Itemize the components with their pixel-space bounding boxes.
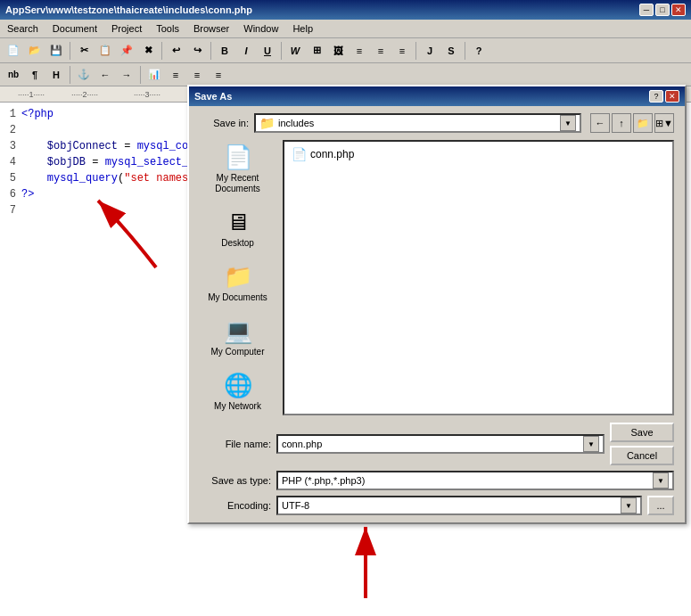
toolbar-underline[interactable]: U bbox=[258, 41, 277, 61]
toolbar-img[interactable]: 🖼 bbox=[328, 41, 348, 61]
toolbar-1: 📄 📂 💾 ✂ 📋 📌 ✖ ↩ ↪ B I U W ⊞ 🖼 ≡ ≡ ≡ J S … bbox=[0, 38, 691, 63]
toolbar-cut[interactable]: ✂ bbox=[74, 41, 94, 61]
encoding-arrow[interactable]: ▼ bbox=[621, 497, 637, 513]
file-name-label: File name: bbox=[200, 439, 271, 449]
save-in-row: Save in: 📁 includes ▼ ← ↑ 📁 ⊞▼ bbox=[200, 113, 674, 133]
files-panel[interactable]: 📄 conn.php bbox=[283, 140, 674, 415]
sep1 bbox=[70, 42, 70, 60]
my-documents-item[interactable]: 📁 My Documents bbox=[202, 259, 274, 307]
fmt-chart[interactable]: 📊 bbox=[144, 65, 164, 85]
fmt-align3[interactable]: ≡ bbox=[209, 65, 228, 85]
encoding-browse-button[interactable]: ... bbox=[647, 496, 674, 515]
recent-documents-item[interactable]: 📄 My RecentDocuments bbox=[202, 140, 274, 198]
encoding-combo[interactable]: UTF-8 ▼ bbox=[276, 496, 642, 515]
title-bar: AppServ\www\testzone\thaicreate\includes… bbox=[0, 0, 691, 20]
window-title: AppServ\www\testzone\thaicreate\includes… bbox=[5, 4, 252, 15]
nav-back-button[interactable]: ← bbox=[590, 113, 610, 133]
menu-project[interactable]: Project bbox=[108, 21, 145, 36]
encoding-label: Encoding: bbox=[200, 500, 271, 511]
fmt-align1[interactable]: ≡ bbox=[166, 65, 185, 85]
toolbar-italic[interactable]: I bbox=[236, 41, 256, 61]
fmt-para[interactable]: ¶ bbox=[25, 65, 45, 85]
toolbar-help[interactable]: ? bbox=[469, 41, 489, 61]
line-num-3: 3 bbox=[4, 138, 21, 154]
my-network-item[interactable]: 🌐 My Network bbox=[202, 368, 274, 415]
fmt-arrow-r[interactable]: → bbox=[117, 65, 136, 85]
file-name-row: File name: conn.php ▼ Save Cancel bbox=[200, 423, 674, 465]
menu-tools[interactable]: Tools bbox=[152, 21, 183, 36]
my-network-icon: 🌐 bbox=[224, 372, 252, 399]
fmt-arrow-l[interactable]: ← bbox=[95, 65, 115, 85]
menu-help[interactable]: Help bbox=[289, 21, 317, 36]
sep6 bbox=[465, 42, 465, 60]
dialog-body: Save in: 📁 includes ▼ ← ↑ 📁 ⊞▼ bbox=[189, 106, 685, 522]
my-computer-icon: 💻 bbox=[224, 317, 252, 345]
menu-window[interactable]: Window bbox=[240, 21, 282, 36]
toolbar-bold[interactable]: B bbox=[215, 41, 234, 61]
menu-browser[interactable]: Browser bbox=[190, 21, 233, 36]
my-docs-icon: 📁 bbox=[224, 263, 252, 291]
desktop-item[interactable]: 🖥 Desktop bbox=[202, 205, 274, 252]
dialog-help-button[interactable]: ? bbox=[649, 90, 663, 103]
save-as-type-arrow[interactable]: ▼ bbox=[653, 472, 669, 489]
toolbar-j-btn[interactable]: J bbox=[420, 41, 440, 61]
file-conn-php-name: conn.php bbox=[310, 148, 354, 160]
toolbar-new[interactable]: 📄 bbox=[4, 41, 23, 61]
dialog-title-buttons: ? ✕ bbox=[649, 90, 679, 103]
dialog-close-button[interactable]: ✕ bbox=[665, 90, 679, 103]
fmt-align2[interactable]: ≡ bbox=[187, 65, 207, 85]
places-panel: 📄 My RecentDocuments 🖥 Desktop 📁 My Docu… bbox=[200, 140, 276, 415]
save-in-folder-icon: 📁 bbox=[259, 116, 275, 130]
nav-up-button[interactable]: ↑ bbox=[612, 113, 631, 133]
save-button[interactable]: Save bbox=[610, 423, 674, 442]
line-num-6: 6 bbox=[4, 186, 21, 202]
toolbar-undo[interactable]: ↩ bbox=[166, 41, 185, 61]
file-name-combo[interactable]: conn.php ▼ bbox=[276, 434, 605, 454]
encoding-value: UTF-8 bbox=[282, 500, 309, 511]
sep3 bbox=[210, 42, 211, 60]
toolbar-table[interactable]: ⊞ bbox=[307, 41, 326, 61]
toolbar-open[interactable]: 📂 bbox=[25, 41, 45, 61]
my-computer-item[interactable]: 💻 My Computer bbox=[202, 314, 274, 361]
desktop-label: Desktop bbox=[221, 238, 254, 249]
save-as-type-combo[interactable]: PHP (*.php,*.php3) ▼ bbox=[276, 471, 674, 490]
fmt-anchor[interactable]: ⚓ bbox=[74, 65, 94, 85]
toolbar-w[interactable]: W bbox=[285, 41, 305, 61]
menu-document[interactable]: Document bbox=[49, 21, 101, 36]
toolbar-redo[interactable]: ↪ bbox=[187, 41, 207, 61]
fmt-section[interactable]: H bbox=[46, 65, 66, 85]
dialog-title-text: Save As bbox=[194, 91, 232, 102]
fmt-nb[interactable]: nb bbox=[4, 65, 23, 85]
maximize-button[interactable]: □ bbox=[655, 4, 670, 16]
desktop-icon: 🖥 bbox=[226, 209, 250, 236]
toolbar-align-c[interactable]: ≡ bbox=[371, 41, 391, 61]
file-item-conn-php[interactable]: 📄 conn.php bbox=[288, 145, 669, 163]
file-name-dropdown-arrow[interactable]: ▼ bbox=[583, 436, 599, 452]
line-num-5: 5 bbox=[4, 170, 21, 186]
save-cancel-buttons: Save Cancel bbox=[610, 423, 674, 465]
line-num-7: 7 bbox=[4, 202, 21, 218]
line-num-4: 4 bbox=[4, 154, 21, 170]
toolbar-paste[interactable]: 📌 bbox=[117, 41, 136, 61]
menu-search[interactable]: Search bbox=[4, 21, 42, 36]
toolbar-align-r[interactable]: ≡ bbox=[392, 41, 412, 61]
minimize-button[interactable]: ─ bbox=[639, 4, 654, 16]
line-num-2: 2 bbox=[4, 122, 21, 138]
toolbar-delete[interactable]: ✖ bbox=[138, 41, 158, 61]
file-conn-php-icon: 📄 bbox=[292, 147, 307, 161]
save-in-dropdown-arrow[interactable]: ▼ bbox=[560, 115, 576, 131]
toolbar-save[interactable]: 💾 bbox=[46, 41, 66, 61]
menu-bar: Search Document Project Tools Browser Wi… bbox=[0, 20, 691, 38]
save-as-type-row: Save as type: PHP (*.php,*.php3) ▼ bbox=[200, 471, 674, 490]
fmt-sep2 bbox=[140, 66, 141, 84]
view-toggle-button[interactable]: ⊞▼ bbox=[654, 113, 674, 133]
sep2 bbox=[161, 42, 162, 60]
toolbar-copy[interactable]: 📋 bbox=[95, 41, 115, 61]
toolbar-align-l[interactable]: ≡ bbox=[350, 41, 369, 61]
close-button[interactable]: ✕ bbox=[671, 4, 686, 16]
create-folder-button[interactable]: 📁 bbox=[633, 113, 653, 133]
toolbar-s-btn[interactable]: S bbox=[441, 41, 461, 61]
save-in-combo[interactable]: 📁 includes ▼ bbox=[254, 113, 581, 133]
sep5 bbox=[415, 42, 416, 60]
cancel-button[interactable]: Cancel bbox=[610, 446, 674, 465]
